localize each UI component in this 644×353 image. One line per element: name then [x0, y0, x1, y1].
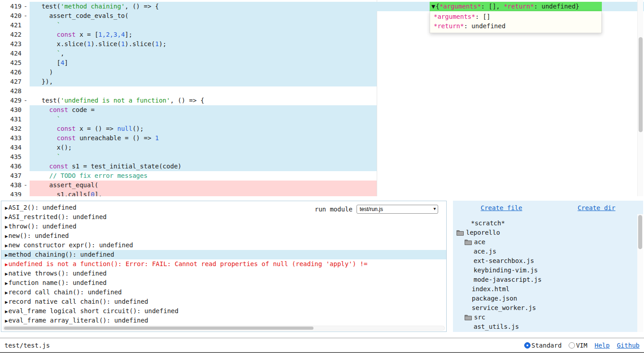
- fold-marker-icon[interactable]: -: [22, 2, 30, 11]
- fold-spacer: [22, 39, 30, 49]
- expand-triangle-icon[interactable]: ▶: [5, 213, 8, 222]
- test-result-row[interactable]: ▶eval_frame logical short circuit(): und…: [1, 306, 446, 316]
- code-line[interactable]: 424 `,: [0, 49, 644, 58]
- expand-triangle-icon[interactable]: ▶: [5, 269, 8, 279]
- code-editor[interactable]: 419- test('method chaining', () => {420-…: [0, 0, 644, 196]
- line-number-gutter: 419-: [0, 2, 30, 11]
- fold-marker-icon[interactable]: -: [22, 96, 30, 105]
- tree-item-ace[interactable]: ace: [453, 237, 643, 247]
- code-token: {: [435, 3, 439, 10]
- file-tree-scrollbar-thumb[interactable]: [638, 215, 642, 249]
- code-line[interactable]: 432 const x = () => null();: [0, 124, 644, 133]
- code-line[interactable]: 431 `: [0, 115, 644, 124]
- code-line[interactable]: 438- assert_equal(: [0, 181, 644, 190]
- tree-item-leporello[interactable]: leporello: [453, 228, 643, 237]
- value-row[interactable]: *arguments*: []: [434, 12, 601, 22]
- tree-item-index-html[interactable]: index.html: [453, 284, 643, 294]
- code-line[interactable]: 426 ): [0, 68, 644, 77]
- test-result-row[interactable]: ▶throw(): undefined: [1, 222, 446, 231]
- expand-triangle-icon[interactable]: ▶: [5, 260, 8, 269]
- code-line[interactable]: 437 // TODO fix error messages: [0, 171, 644, 181]
- expand-triangle-icon[interactable]: ▶: [5, 307, 8, 316]
- tree-item-mode-javascript-js[interactable]: mode-javascript.js: [453, 275, 643, 284]
- tree-item-ace-js[interactable]: ace.js: [453, 247, 643, 256]
- keybinding-label: Standard: [531, 342, 561, 349]
- code-line[interactable]: 439 s1.calls[0],: [0, 190, 644, 196]
- test-result-row[interactable]: ▶eval_frame array_literal(): undefined: [1, 316, 446, 325]
- code-line[interactable]: 430 const code =: [0, 105, 644, 115]
- expand-triangle-icon[interactable]: ▶: [5, 203, 8, 213]
- code-line[interactable]: 428: [0, 86, 644, 96]
- editor-scrollbar-thumb[interactable]: [639, 37, 643, 132]
- radio-vim-icon[interactable]: [569, 342, 575, 349]
- code-line[interactable]: 433 const unreachable = () => 1: [0, 133, 644, 143]
- code-line[interactable]: 435 `: [0, 152, 644, 162]
- test-result-row[interactable]: ▶new constructor expr(): undefined: [1, 241, 446, 250]
- test-result-row[interactable]: ▶record native call chain(): undefined: [1, 297, 446, 306]
- fold-spacer: [22, 86, 30, 96]
- test-result-text: eval_frame array_literal(): undefined: [9, 317, 148, 324]
- code-token: ).slice(: [91, 40, 121, 47]
- tree-item-ext-searchbox-js[interactable]: ext-searchbox.js: [453, 256, 643, 266]
- expand-triangle-icon[interactable]: ▶: [5, 222, 8, 232]
- test-result-row[interactable]: ▶method chaining(): undefined: [1, 250, 446, 259]
- code-line[interactable]: 434 x();: [0, 143, 644, 152]
- status-link-help[interactable]: Help: [595, 342, 610, 349]
- tree-item-scratch[interactable]: *scratch*: [453, 219, 643, 228]
- value-row[interactable]: *return*: undefined: [434, 22, 601, 31]
- expand-triangle-icon[interactable]: ▶: [5, 232, 8, 241]
- code-line[interactable]: 429- test('undefined is not a function',…: [0, 96, 644, 105]
- test-result-row[interactable]: ▶ASI_restrited(): undefined: [1, 212, 446, 222]
- fold-spacer: [22, 143, 30, 152]
- test-result-row[interactable]: ▶undefined is not a function(): Error: F…: [1, 259, 446, 269]
- expand-triangle-icon[interactable]: ▶: [5, 250, 8, 260]
- code-token: *return*: [504, 3, 534, 10]
- file-tree: *scratch*leporelloaceace.jsext-searchbox…: [453, 214, 643, 331]
- editor-scrollbar[interactable]: [637, 0, 643, 196]
- tree-item-service-worker-js[interactable]: service_worker.js: [453, 303, 643, 313]
- expand-triangle-icon[interactable]: ▶: [5, 288, 8, 297]
- code-token: [34, 106, 49, 113]
- file-tree-scrollbar[interactable]: [637, 214, 643, 332]
- code-line[interactable]: 423 x.slice(1).slice(1).slice(1);: [0, 39, 644, 49]
- radio-standard-icon[interactable]: [524, 342, 531, 349]
- expand-triangle-icon[interactable]: ▶: [5, 297, 8, 307]
- keybinding-option-vim[interactable]: VIM: [569, 342, 587, 349]
- tree-item-keybinding-vim-js[interactable]: keybinding-vim.js: [453, 266, 643, 275]
- expand-triangle-icon[interactable]: ▶: [5, 279, 8, 288]
- current-file-path: test/test.js: [4, 342, 50, 349]
- code-line[interactable]: 436 const s1 = test_initial_state(code): [0, 162, 644, 171]
- code-line[interactable]: 427 }),: [0, 77, 644, 86]
- code-token: 1: [155, 40, 159, 47]
- test-result-row[interactable]: ▶new(): undefined: [1, 231, 446, 241]
- folder-icon: [457, 230, 464, 236]
- tree-item-src[interactable]: src: [453, 313, 643, 322]
- test-result-row[interactable]: ▶function name(): undefined: [1, 278, 446, 288]
- code-token: const: [49, 163, 68, 170]
- expand-triangle-icon[interactable]: ▶: [5, 241, 8, 250]
- create-dir-link[interactable]: Create dir: [578, 204, 615, 214]
- fold-marker-icon[interactable]: -: [22, 11, 30, 21]
- tree-item-label: keybinding-vim.js: [474, 266, 538, 275]
- test-result-row[interactable]: ▶record call chain(): undefined: [1, 288, 446, 297]
- test-result-text: method chaining(): undefined: [9, 251, 114, 258]
- line-number: 424: [0, 49, 22, 58]
- expand-triangle-icon[interactable]: ▶: [5, 316, 8, 326]
- code-line-content: `: [30, 115, 644, 124]
- code-line[interactable]: 425 [4]: [0, 58, 644, 68]
- value-tooltip-header[interactable]: ▼{*arguments*: [], *return*: undefined}: [430, 2, 602, 11]
- create-file-link[interactable]: Create file: [481, 204, 522, 214]
- line-number: 437: [0, 171, 22, 181]
- code-text: ): [30, 68, 644, 77]
- tree-item-package-json[interactable]: package.json: [453, 294, 643, 303]
- collapse-triangle-icon[interactable]: ▼: [431, 3, 435, 10]
- test-result-row[interactable]: ▶native throws(): undefined: [1, 269, 446, 278]
- module-select[interactable]: test/run.js: [357, 205, 438, 214]
- status-link-github[interactable]: Github: [617, 342, 640, 349]
- tree-item-ast-utils-js[interactable]: ast_utils.js: [453, 322, 643, 331]
- console-horizontal-scrollbar[interactable]: [3, 326, 445, 331]
- fold-marker-icon[interactable]: -: [22, 181, 30, 190]
- console-horizontal-scrollbar-thumb[interactable]: [4, 327, 313, 330]
- code-token: const: [57, 125, 76, 132]
- keybinding-option-standard[interactable]: Standard: [524, 342, 561, 349]
